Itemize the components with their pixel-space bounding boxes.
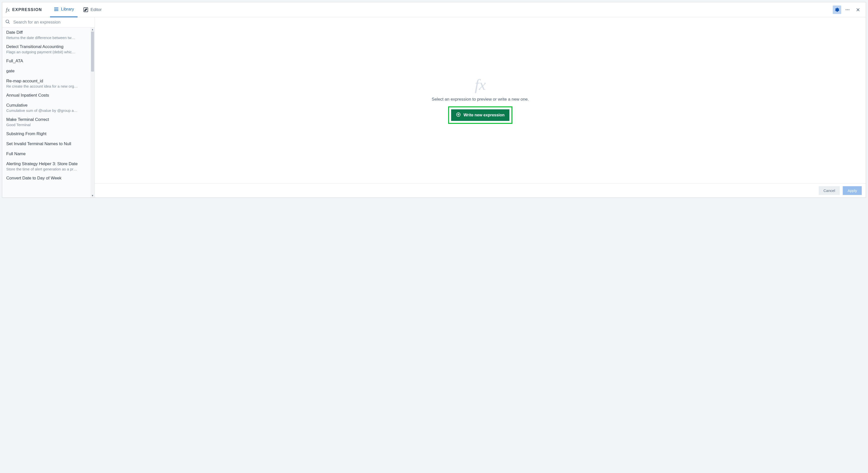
expression-sidebar: Date DiffReturns the date difference bet… [2, 17, 95, 198]
svg-point-6 [848, 9, 849, 10]
expression-item-subtitle: Returns the date difference between tw… [6, 35, 86, 40]
svg-point-5 [847, 9, 848, 10]
expression-item[interactable]: Alerting Strategy Helper 3: Store DateSt… [2, 159, 95, 173]
expression-list: Date DiffReturns the date difference bet… [2, 28, 95, 183]
fx-icon: fx [6, 7, 10, 12]
expression-item[interactable]: Set Invalid Terminal Names to Null [2, 139, 95, 149]
expression-item[interactable]: Make Terminal CorrectGood Terminal [2, 115, 95, 129]
expression-item-subtitle: Cumulative sum of @value by @group a… [6, 108, 86, 113]
expression-item-title: Full Name [6, 151, 91, 156]
panel-title: EXPRESSION [12, 7, 42, 12]
expression-item-subtitle: Flags an outgoing payment (debit) whic… [6, 50, 86, 54]
cancel-button[interactable]: Cancel [819, 186, 840, 195]
svg-point-4 [846, 9, 846, 10]
search-row [2, 17, 95, 28]
scroll-down-icon[interactable]: ▼ [91, 194, 94, 198]
expression-item[interactable]: Substring From Right [2, 129, 95, 139]
expression-item[interactable]: Annual Inpatient Costs [2, 90, 95, 100]
scrollbar[interactable]: ▲ ▼ [91, 28, 95, 198]
settings-button[interactable] [833, 5, 841, 14]
hamburger-icon [54, 6, 59, 12]
empty-state-message: Select an expression to preview or write… [432, 97, 529, 102]
expression-item-title: Annual Inpatient Costs [6, 93, 91, 98]
scroll-thumb[interactable] [91, 32, 94, 71]
edit-icon [83, 7, 89, 12]
write-new-expression-button[interactable]: Write new expression [451, 109, 509, 121]
expression-panel: fx EXPRESSION Library Edito [2, 2, 866, 198]
expression-item[interactable]: Full Name [2, 149, 95, 159]
expression-item-title: Detect Transitional Accounting [6, 44, 91, 49]
expression-item-title: Re-map account_id [6, 79, 91, 84]
more-button[interactable] [843, 5, 852, 14]
close-icon [856, 7, 860, 12]
expression-item-subtitle: Good Terminal [6, 123, 86, 127]
expression-item-title: Alerting Strategy Helper 3: Store Date [6, 161, 91, 167]
expression-item-title: Cumulative [6, 103, 91, 108]
cta-highlight: Write new expression [448, 106, 512, 124]
search-input[interactable] [13, 20, 92, 25]
expression-item-title: Full_ATA [6, 59, 91, 64]
fx-large-icon: fx [475, 77, 486, 92]
expression-item-title: Substring From Right [6, 131, 91, 137]
gear-icon [835, 7, 839, 12]
footer-bar: Cancel Apply [95, 183, 866, 198]
expression-item-subtitle: Store the time of alert generation as a … [6, 167, 86, 171]
content-area: Date DiffReturns the date difference bet… [2, 17, 866, 198]
more-icon [845, 7, 850, 12]
expression-item-title: Set Invalid Terminal Names to Null [6, 141, 91, 146]
expression-item[interactable]: Full_ATA [2, 56, 95, 66]
svg-line-10 [8, 23, 10, 24]
expression-item-title: Make Terminal Correct [6, 117, 91, 122]
search-icon [5, 19, 10, 25]
tab-label: Library [61, 7, 74, 12]
expression-item[interactable]: CumulativeCumulative sum of @value by @g… [2, 100, 95, 115]
expression-item[interactable]: Date DiffReturns the date difference bet… [2, 28, 95, 42]
panel-title-group: fx EXPRESSION [6, 7, 48, 12]
scroll-up-icon[interactable]: ▲ [91, 28, 94, 31]
apply-button[interactable]: Apply [843, 186, 862, 195]
expression-item[interactable]: gate [2, 66, 95, 76]
expression-item[interactable]: Convert Date to Day of Week [2, 173, 95, 183]
expression-item-title: Convert Date to Day of Week [6, 176, 91, 181]
expression-item-subtitle: Re create the account idea for a new org… [6, 84, 86, 88]
tab-editor[interactable]: Editor [80, 2, 105, 17]
expression-item[interactable]: Re-map account_idRe create the account i… [2, 76, 95, 90]
cta-label: Write new expression [463, 113, 504, 117]
main-pane: fx Select an expression to preview or wr… [95, 17, 866, 198]
close-button[interactable] [854, 5, 862, 14]
empty-state: fx Select an expression to preview or wr… [95, 17, 866, 183]
expression-item-title: Date Diff [6, 30, 91, 35]
expression-item-title: gate [6, 68, 91, 73]
tab-label: Editor [91, 7, 101, 12]
expression-list-scrollarea: Date DiffReturns the date difference bet… [2, 28, 95, 198]
header-bar: fx EXPRESSION Library Edito [2, 2, 866, 17]
tab-library[interactable]: Library [50, 2, 78, 17]
plus-circle-icon [456, 112, 461, 118]
expression-item[interactable]: Detect Transitional AccountingFlags an o… [2, 42, 95, 56]
svg-point-9 [6, 20, 9, 23]
